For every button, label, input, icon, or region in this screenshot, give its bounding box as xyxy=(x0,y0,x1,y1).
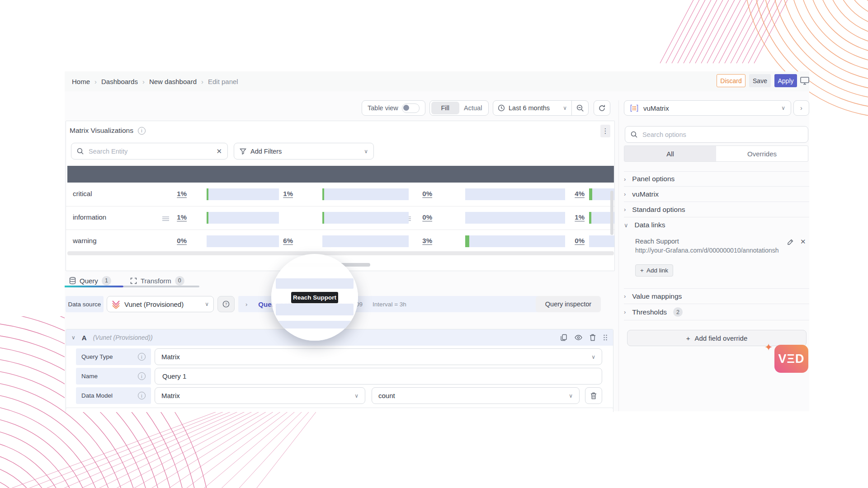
search-icon xyxy=(631,131,637,138)
query-type-select[interactable]: Matrix ∨ xyxy=(155,348,602,365)
data-model-value: Matrix xyxy=(161,392,180,399)
active-tab-underline xyxy=(65,286,123,287)
section-vumatrix[interactable]: ›vuMatrix xyxy=(624,187,809,202)
data-link-tooltip[interactable]: Reach Support xyxy=(291,292,338,303)
cell-bar[interactable] xyxy=(465,235,565,247)
name-input-box xyxy=(155,368,602,385)
section-standard-options[interactable]: ›Standard options xyxy=(624,202,809,217)
monitor-icon[interactable] xyxy=(800,76,810,85)
cell-bar[interactable] xyxy=(589,235,615,247)
name-input[interactable] xyxy=(161,372,595,380)
cell-bar[interactable] xyxy=(465,212,565,224)
section-label: vuMatrix xyxy=(632,190,659,198)
h-scrollbar-track[interactable] xyxy=(67,251,614,255)
tab-transform[interactable]: Transform 0 xyxy=(130,275,184,286)
cell-value[interactable]: 4% xyxy=(557,190,585,197)
actual-option[interactable]: Actual xyxy=(459,102,487,114)
collapse-options-button[interactable]: › xyxy=(793,100,809,116)
chevron-down-icon: ∨ xyxy=(205,301,209,307)
cell-value[interactable]: 1% xyxy=(160,213,187,221)
info-icon[interactable]: i xyxy=(138,353,146,361)
add-field-override-button[interactable]: +Add field override xyxy=(627,330,807,346)
tab-all[interactable]: All xyxy=(624,146,716,161)
section-data-links[interactable]: ∨Data links xyxy=(624,217,809,233)
refresh-button[interactable] xyxy=(594,100,610,116)
duplicate-query-icon[interactable] xyxy=(561,334,567,341)
row-label: warning xyxy=(73,237,97,244)
cell-value[interactable]: 0% xyxy=(405,213,432,221)
info-icon[interactable]: i xyxy=(138,392,146,399)
data-link-item: Reach Support http://your-Grafana.com/d/… xyxy=(635,238,809,254)
section-value-mappings[interactable]: ›Value mappings xyxy=(624,288,809,304)
tab-query[interactable]: Query 1 xyxy=(69,275,111,286)
drag-handle-icon[interactable] xyxy=(603,334,608,341)
field-label: Data Model xyxy=(81,392,113,399)
datasource-help-button[interactable]: ? xyxy=(217,296,235,312)
chevron-down-icon: ∨ xyxy=(781,105,785,111)
search-options-input[interactable] xyxy=(642,131,802,139)
v-scrollbar-thumb[interactable] xyxy=(610,191,613,235)
section-label: Thresholds xyxy=(632,308,667,316)
delete-query-icon[interactable] xyxy=(590,334,596,341)
info-icon[interactable]: i xyxy=(138,372,146,380)
data-model-select[interactable]: Matrix ∨ xyxy=(155,387,365,404)
cell-bar[interactable] xyxy=(322,235,409,247)
viz-picker-value: vuMatrix xyxy=(643,104,669,112)
viz-picker-select[interactable]: vuMatrix ∨ xyxy=(624,100,791,116)
chevron-down-icon: ∨ xyxy=(569,393,573,399)
chevron-down-icon: ∨ xyxy=(591,354,595,360)
breadcrumb: Home › Dashboards › New dashboard › Edit… xyxy=(72,71,238,91)
cell-value[interactable]: 0% xyxy=(557,237,585,244)
field-label: Query Type xyxy=(81,353,113,360)
zoom-out-icon[interactable] xyxy=(572,101,588,115)
sparkle-icon: ✦ xyxy=(764,342,773,353)
options-divider xyxy=(618,100,619,411)
query-type-label: Query Typei xyxy=(76,348,151,365)
aggregation-select[interactable]: count ∨ xyxy=(372,387,580,404)
query-inspector-button[interactable]: Query inspector xyxy=(536,296,601,312)
cell-value[interactable]: 0% xyxy=(160,237,187,244)
cell-value[interactable]: 6% xyxy=(266,237,293,244)
save-button[interactable]: Save xyxy=(749,74,771,87)
remove-data-model-button[interactable] xyxy=(585,387,602,404)
table-header-row: Data Usage \ Data UsageApache - High 5xx… xyxy=(67,166,614,183)
discard-button[interactable]: Discard xyxy=(717,74,745,87)
apply-button[interactable]: Apply xyxy=(774,74,797,87)
add-link-button[interactable]: +Add link xyxy=(635,264,673,277)
cell-value[interactable]: 0% xyxy=(405,190,432,197)
breadcrumb-dashboards[interactable]: Dashboards xyxy=(101,78,138,85)
field-label: Name xyxy=(81,373,98,380)
cell-bar[interactable] xyxy=(322,188,409,200)
chevron-right-icon: › xyxy=(624,309,626,315)
section-thresholds[interactable]: ›Thresholds 2 xyxy=(624,304,809,320)
matrix-panel: Matrix Visualizations i ⋮ ✕ Add Filters … xyxy=(66,121,615,271)
breadcrumb-home[interactable]: Home xyxy=(72,78,90,85)
cell-bar-marker xyxy=(207,212,208,224)
fill-option[interactable]: Fill xyxy=(431,102,459,114)
vumatrix-grid-icon xyxy=(630,104,639,112)
cell-bar[interactable] xyxy=(465,188,565,200)
section-panel-options[interactable]: ›Panel options xyxy=(624,171,809,187)
cell-value[interactable]: 3% xyxy=(405,237,432,244)
delete-data-link-icon[interactable]: ✕ xyxy=(800,238,806,246)
edit-data-link-icon[interactable] xyxy=(787,239,794,245)
svg-text:?: ? xyxy=(225,302,227,306)
cell-bar[interactable] xyxy=(322,212,409,224)
cell-value[interactable]: 1% xyxy=(160,190,187,197)
breadcrumb-new-dashboard[interactable]: New dashboard xyxy=(149,78,197,85)
cell-value[interactable]: 1% xyxy=(557,213,585,221)
tab-overrides[interactable]: Overrides xyxy=(716,146,808,161)
breadcrumb-separator-icon: › xyxy=(201,78,203,85)
table-view-switch[interactable] xyxy=(402,103,420,113)
hide-query-icon[interactable] xyxy=(575,334,582,341)
next-section-partial xyxy=(66,408,613,412)
table-view-label: Table view xyxy=(368,104,398,112)
plus-icon: + xyxy=(640,267,644,274)
cell-bar[interactable] xyxy=(207,212,279,224)
cell-value[interactable]: 1% xyxy=(266,190,293,197)
search-options-box xyxy=(625,126,808,143)
magnified-bar xyxy=(276,304,354,315)
chevron-down-icon: ∨ xyxy=(624,222,628,229)
datasource-select[interactable]: Vunet (Provisioned) ∨ xyxy=(107,296,214,312)
time-range-picker[interactable]: Last 6 months ∨ xyxy=(493,101,571,115)
